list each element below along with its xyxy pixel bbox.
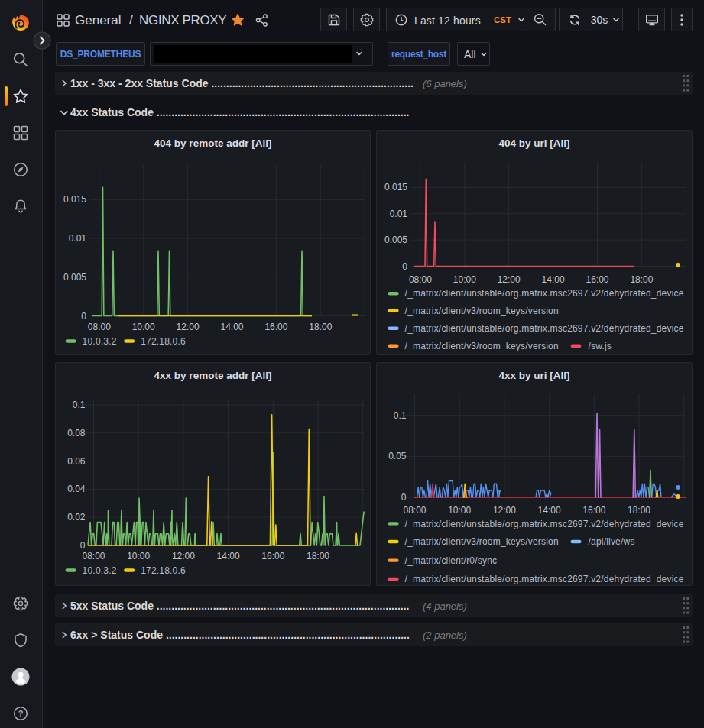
svg-text:18:00: 18:00 <box>628 505 650 516</box>
svg-text:0.01: 0.01 <box>69 233 87 244</box>
svg-text:08:00: 08:00 <box>403 505 426 516</box>
svg-text:172.18.0.6: 172.18.0.6 <box>141 565 186 576</box>
svg-text:/api/live/ws: /api/live/ws <box>589 536 635 547</box>
svg-text:12:00: 12:00 <box>498 274 521 285</box>
svg-text:14:00: 14:00 <box>538 505 561 516</box>
svg-text:0.04: 0.04 <box>67 484 86 494</box>
svg-text:18:00: 18:00 <box>309 322 332 332</box>
svg-text:16:00: 16:00 <box>264 322 287 332</box>
svg-text:14:00: 14:00 <box>220 322 243 332</box>
svg-text:10:00: 10:00 <box>132 322 155 332</box>
svg-text:0.005: 0.005 <box>384 235 407 245</box>
svg-text:0: 0 <box>81 311 86 322</box>
svg-text:0.08: 0.08 <box>67 428 86 438</box>
svg-text:/_matrix/client/v3/room_keys/v: /_matrix/client/v3/room_keys/version <box>405 536 559 547</box>
svg-text:12:00: 12:00 <box>177 322 200 332</box>
svg-text:14:00: 14:00 <box>542 274 565 285</box>
svg-text:16:00: 16:00 <box>582 505 605 516</box>
svg-text:18:00: 18:00 <box>630 274 653 285</box>
svg-text:10:00: 10:00 <box>453 274 476 285</box>
svg-text:0.02: 0.02 <box>67 512 86 523</box>
svg-text:0.1: 0.1 <box>394 410 407 421</box>
svg-text:/_matrix/client/v3/room_keys/v: /_matrix/client/v3/room_keys/version <box>405 341 559 351</box>
svg-text:0.05: 0.05 <box>388 451 407 461</box>
svg-text:0.01: 0.01 <box>390 209 408 219</box>
svg-text:10.0.3.2: 10.0.3.2 <box>83 336 117 347</box>
svg-text:08:00: 08:00 <box>82 551 105 561</box>
svg-text:0.06: 0.06 <box>67 456 86 467</box>
svg-text:0.015: 0.015 <box>63 194 86 205</box>
svg-text:08:00: 08:00 <box>409 274 432 285</box>
svg-text:/_matrix/client/unstable/org.m: /_matrix/client/unstable/org.matrix.msc2… <box>405 288 684 299</box>
svg-text:0.1: 0.1 <box>73 400 86 410</box>
svg-text:0: 0 <box>401 492 407 503</box>
svg-text:0: 0 <box>80 540 86 551</box>
svg-text:12:00: 12:00 <box>493 505 516 516</box>
svg-text:/_matrix/client/unstable/org.m: /_matrix/client/unstable/org.matrix.msc2… <box>405 323 684 334</box>
svg-text:/_matrix/client/unstable/org.m: /_matrix/client/unstable/org.matrix.msc2… <box>405 519 684 529</box>
svg-text:16:00: 16:00 <box>586 274 608 285</box>
svg-text:/_matrix/client/v3/room_keys/v: /_matrix/client/v3/room_keys/version <box>405 306 559 316</box>
svg-text:/_matrix/client/r0/sync: /_matrix/client/r0/sync <box>405 555 498 566</box>
svg-text:18:00: 18:00 <box>307 551 329 561</box>
svg-text:16:00: 16:00 <box>261 551 284 561</box>
svg-text:172.18.0.6: 172.18.0.6 <box>141 336 186 347</box>
svg-text:10.0.3.2: 10.0.3.2 <box>83 565 117 576</box>
svg-text:0.005: 0.005 <box>63 272 86 283</box>
svg-text:12:00: 12:00 <box>172 551 195 561</box>
svg-text:0: 0 <box>402 261 407 272</box>
svg-text:/_matrix/client/unstable/org.m: /_matrix/client/unstable/org.matrix.msc2… <box>405 574 684 584</box>
svg-text:10:00: 10:00 <box>448 505 471 516</box>
svg-text:0.015: 0.015 <box>384 182 407 193</box>
svg-text:10:00: 10:00 <box>127 551 150 561</box>
svg-text:/sw.js: /sw.js <box>589 341 612 351</box>
svg-text:?: ? <box>18 709 24 718</box>
svg-text:08:00: 08:00 <box>88 322 111 332</box>
svg-text:14:00: 14:00 <box>217 551 240 561</box>
